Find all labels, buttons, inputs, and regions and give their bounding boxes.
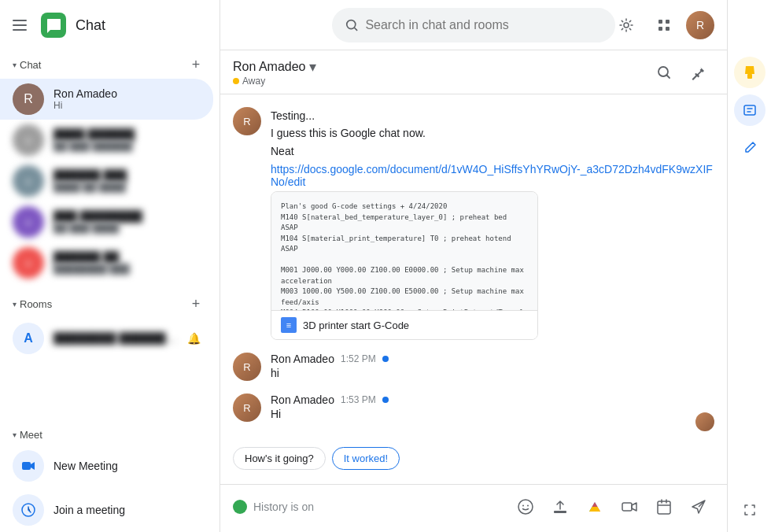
- rooms-chevron-icon: ▾: [13, 300, 17, 308]
- meet-section: ▾ Meet New Meeting Join a meeting: [0, 426, 219, 532]
- chat-section: ▾ Chat + R Ron Amadeo Hi ● ████ ██████: [0, 50, 219, 283]
- emoji-button[interactable]: [510, 491, 541, 523]
- chat-info: ██████ ██ ████████ ███: [53, 251, 201, 275]
- join-meeting-icon: [13, 494, 44, 526]
- chat-info: Ron Amadeo Hi: [53, 87, 201, 111]
- svg-rect-19: [658, 501, 670, 514]
- app-title: Chat: [76, 17, 105, 34]
- right-panel-expand-icon[interactable]: [734, 494, 765, 526]
- room-item-1[interactable]: A ████████ ████████████ 🔔: [0, 318, 213, 359]
- msg-sender-3: Ron Amadeo: [271, 393, 334, 406]
- msg-content-1: Testing... I guess this is Google chat n…: [271, 107, 714, 340]
- input-field-container: History is on: [233, 500, 504, 514]
- drive-button[interactable]: [579, 491, 611, 523]
- svg-rect-1: [22, 462, 31, 470]
- message-group-2: R Ron Amadeo 1:52 PM hi: [233, 353, 714, 381]
- msg-doc-link[interactable]: https://docs.google.com/document/d/1vW4O…: [271, 163, 714, 188]
- chip-it-worked[interactable]: It worked!: [332, 447, 400, 470]
- chat-recipient-name-row[interactable]: Ron Amadeo ▾: [233, 58, 316, 76]
- mute-bell-icon: 🔔: [187, 332, 201, 345]
- chip-hows-it-going[interactable]: How's it going?: [233, 447, 326, 470]
- chat-preview: Hi: [53, 100, 201, 111]
- svg-rect-9: [666, 20, 670, 24]
- msg-avatar-2: R: [233, 353, 261, 381]
- send-button[interactable]: [683, 491, 714, 523]
- history-on-dot: [233, 500, 247, 514]
- doc-preview-card[interactable]: Plan's good G-code settings + 4/24/2020 …: [271, 191, 538, 340]
- meet-section-header[interactable]: ▾ Meet: [0, 426, 219, 444]
- add-chat-button[interactable]: +: [185, 54, 207, 76]
- chat-name: ██████ ███: [53, 169, 201, 182]
- user-avatar[interactable]: R: [686, 11, 714, 39]
- chat-chevron-icon: ▾: [13, 61, 17, 69]
- chat-name: ███ ████████: [53, 210, 201, 223]
- msg-time-2: 1:52 PM: [341, 353, 376, 364]
- svg-rect-23: [747, 74, 752, 79]
- main-topbar: Active ▾ R: [220, 0, 727, 50]
- chat-recipient-info: Ron Amadeo ▾ Away: [233, 58, 316, 87]
- chat-name: ██████ ██: [53, 251, 201, 264]
- video-button[interactable]: [614, 491, 645, 523]
- right-panel-keep-icon[interactable]: [734, 57, 765, 88]
- chat-item-ron-amadeo[interactable]: R Ron Amadeo Hi: [0, 79, 213, 120]
- chat-item-5[interactable]: ● ██████ ██ ████████ ███: [0, 242, 213, 283]
- svg-rect-8: [658, 20, 662, 24]
- chat-item-4[interactable]: ● ███ ████████ ██ ███ ████: [0, 201, 213, 242]
- app-logo-icon: [41, 13, 66, 38]
- msg-text-google: I guess this is Google chat now.: [271, 124, 714, 142]
- svg-point-16: [527, 505, 529, 507]
- search-input[interactable]: [365, 18, 603, 32]
- chat-section-header[interactable]: ▾ Chat +: [0, 50, 219, 79]
- msg-text-3: Hi: [271, 408, 686, 420]
- settings-button[interactable]: [611, 9, 642, 41]
- calendar-button[interactable]: [648, 491, 680, 523]
- avatar: ●: [13, 124, 44, 156]
- new-meeting-item[interactable]: New Meeting: [0, 444, 219, 488]
- right-panel: [727, 0, 771, 532]
- chat-item-2[interactable]: ● ████ ██████ ██ ███ ██████: [0, 120, 213, 161]
- svg-point-14: [518, 500, 533, 514]
- msg-time-3: 1:53 PM: [341, 394, 376, 405]
- history-label: History is on: [253, 501, 504, 513]
- new-meeting-label: New Meeting: [53, 460, 118, 472]
- main-area: Active ▾ R Ron Am: [220, 0, 727, 532]
- input-area: History is on: [220, 484, 727, 532]
- join-meeting-item[interactable]: Join a meeting: [0, 488, 219, 532]
- chat-name: ████ ██████: [53, 128, 201, 141]
- apps-button[interactable]: [648, 9, 680, 41]
- rooms-section-label: Rooms: [20, 298, 52, 310]
- new-meeting-icon: [13, 450, 44, 482]
- msg-header-2: Ron Amadeo 1:52 PM: [271, 353, 714, 365]
- svg-rect-24: [744, 105, 755, 115]
- suggestion-chips: How's it going? It worked!: [233, 444, 714, 473]
- upload-button[interactable]: [544, 491, 576, 523]
- add-room-button[interactable]: +: [185, 293, 207, 315]
- sidebar-header: Chat: [0, 0, 219, 50]
- msg-sender-2: Ron Amadeo: [271, 353, 334, 365]
- rooms-section-header[interactable]: ▾ Rooms +: [0, 290, 219, 318]
- chat-recipient-name: Ron Amadeo: [233, 60, 306, 74]
- chat-name-dropdown-icon: ▾: [309, 58, 316, 76]
- room-name: ████████ ████████████: [53, 332, 178, 345]
- msg-reaction-avatar: [695, 412, 714, 431]
- search-container: [332, 8, 615, 42]
- chat-item-3[interactable]: ● ██████ ███ ████ ██ ████: [0, 161, 213, 201]
- join-meeting-label: Join a meeting: [53, 504, 125, 516]
- hamburger-menu-icon[interactable]: [13, 16, 31, 35]
- message-group-3: R Ron Amadeo 1:53 PM Hi: [233, 393, 714, 431]
- chat-list: R Ron Amadeo Hi ● ████ ██████ ██ ███ ███…: [0, 79, 219, 283]
- chat-name: Ron Amadeo: [53, 87, 201, 100]
- right-panel-edit-icon[interactable]: [734, 132, 765, 164]
- doc-title-text: 3D printer start G-Code: [303, 320, 409, 331]
- msg-text-testing: Testing...: [271, 107, 714, 124]
- doc-preview-footer: ≡ 3D printer start G-Code: [271, 310, 537, 339]
- chat-pin-button[interactable]: [683, 57, 714, 88]
- msg-content-3: Ron Amadeo 1:53 PM Hi: [271, 393, 686, 420]
- status-away-dot: [233, 78, 239, 84]
- chat-info: ███ ████████ ██ ███ ████: [53, 210, 201, 234]
- right-panel-tasks-icon[interactable]: [734, 94, 765, 126]
- room-icon: A: [13, 323, 44, 354]
- sidebar: Chat ▾ Chat + R Ron Amadeo Hi: [0, 0, 220, 532]
- chat-recipient-status: Away: [233, 76, 316, 87]
- chat-search-button[interactable]: [648, 57, 680, 88]
